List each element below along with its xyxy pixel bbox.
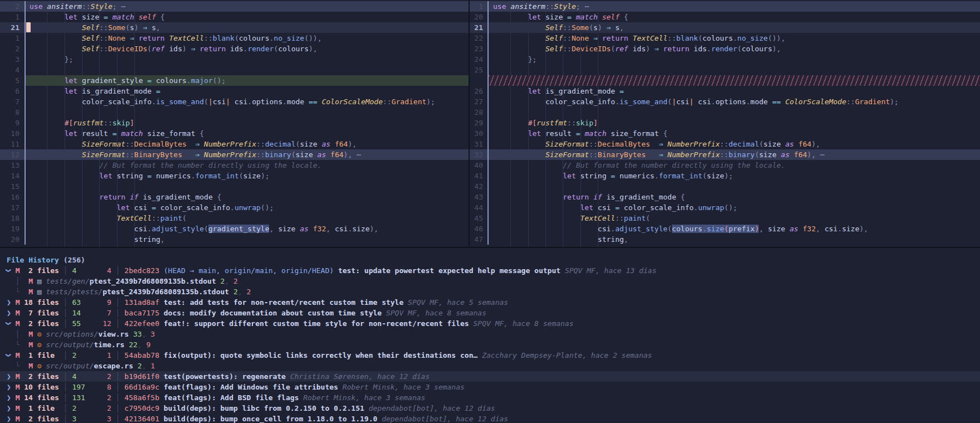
commit-row[interactable]: ❯ M 2 files │ 55 12 │ 422efee0 feat!: su… [0, 318, 980, 329]
commit-file-count: 18 files [24, 298, 63, 307]
chevron-right-icon[interactable]: ❯ [7, 297, 11, 308]
code-line[interactable]: 25 [470, 65, 980, 75]
file-row[interactable]: │ M ▤ tests/gen/ptest_2439b7d68089135b.s… [0, 276, 980, 286]
commit-row[interactable]: ❯ M 2 files │ 3 3 │ 42136401 build(deps)… [0, 414, 980, 423]
chevron-right-icon[interactable]: ❯ [7, 392, 11, 403]
line-number: 2 [0, 1, 25, 12]
code-line[interactable]: 6 let is_gradient_mode = [0, 86, 469, 96]
commit-row[interactable]: ❯ M 1 file │ 2 1 │ 54abab78 fix(output):… [0, 350, 980, 361]
commit-row[interactable]: ❯ M 10 files │ 197 8 │ 66d16a9c feat(fla… [0, 382, 980, 392]
line-number: 17 [0, 202, 25, 213]
chevron-right-icon[interactable]: ❯ [7, 371, 11, 382]
file-history-panel: File History (256) ❯ M 2 files │ 4 4 │ 2… [0, 248, 980, 423]
line-number: 9 [0, 118, 25, 128]
code-line[interactable]: 8 [0, 107, 469, 118]
code-line[interactable]: 4 [0, 65, 469, 75]
code-line[interactable]: 41 let string = numerics.format_int(size… [470, 171, 980, 181]
code-line[interactable]: 1use ansiterm::Style; ⋯ [470, 1, 980, 12]
code-line[interactable]: 31 SizeFormat::DecimalBytes ⇒ NumberPref… [470, 139, 980, 149]
file-row[interactable]: └ M ▤ tests/ptests/ptest_2439b7d68089135… [0, 286, 980, 297]
file-additions: 22 [129, 341, 138, 349]
code-line[interactable]: 42 [470, 181, 980, 192]
commit-row[interactable]: ❯ M 14 files │ 131 2 │ 458a6f5b feat(fla… [0, 392, 980, 403]
code-line[interactable]: 11 SizeFormat::DecimalBytes ⇒ NumberPref… [0, 139, 469, 149]
code-line[interactable]: 28 [470, 107, 980, 118]
chevron-right-icon[interactable]: ❯ [7, 403, 11, 414]
commit-hash: 422efee0 [124, 319, 163, 328]
diff-pane-old[interactable]: 1use ansiterm::Style; ⋯20 let size = mat… [470, 0, 980, 247]
code-line[interactable]: 46 csi.adjust_style(colours.size(prefix)… [470, 223, 980, 234]
code-line[interactable]: 21 Self::Some(s) ⇒ s, [0, 22, 469, 33]
file-row[interactable]: │ M ⚙ src/options/view.rs 33, 3 [0, 329, 980, 339]
line-number: 20 [470, 12, 487, 22]
code-line[interactable]: 24 }; [470, 54, 980, 65]
line-number: 11 [0, 139, 25, 149]
commit-row[interactable]: ❯ M 18 files │ 63 9 │ 131ad8af test: add… [0, 297, 980, 308]
code-text: let size = match self { [26, 12, 469, 22]
commit-file-count: 2 files [24, 319, 63, 328]
code-line[interactable]: 15 [0, 181, 469, 192]
commit-row[interactable]: ❯ M 7 files │ 14 7 │ baca7175 docs: modi… [0, 308, 980, 318]
code-text: color_scale_info.is_some_and(|csi| csi.o… [26, 96, 469, 107]
code-line[interactable]: 32 SizeFormat::BinaryBytes ⇒ NumberPrefi… [470, 149, 980, 160]
code-line[interactable]: 16 return if is_gradient_mode { [0, 192, 469, 202]
code-text: // But format the number directly using … [489, 160, 980, 171]
chevron-right-icon[interactable]: ❯ [7, 308, 11, 318]
chevron-right-icon[interactable]: ❯ [7, 414, 11, 423]
code-line[interactable]: 40 // But format the number directly usi… [470, 160, 980, 171]
code-line[interactable]: 9 #[rustfmt::skip] [0, 118, 469, 128]
line-number: 13 [0, 160, 25, 171]
code-line[interactable]: 43 return if is_gradient_mode { [470, 192, 980, 202]
code-line[interactable]: 1 Self::None ⇒ return TextCell::blank(co… [0, 33, 469, 43]
commit-author-date: dependabot[bot], hace 12 días [369, 404, 495, 412]
code-line[interactable]: 13 // But format the number directly usi… [0, 160, 469, 171]
commit-row[interactable]: ❯ M 2 files │ 4 2 │ b19d61f0 test(powert… [0, 371, 980, 382]
code-line[interactable]: 45 TextCell::paint( [470, 213, 980, 223]
line-number: 7 [0, 96, 25, 107]
code-line[interactable]: 10 let result = match size_format { [0, 128, 469, 139]
code-line[interactable]: 2 Self::DeviceIDs(ref ids) ⇒ return ids.… [0, 43, 469, 54]
file-row[interactable]: └ M ⚙ src/output/escape.rs 2, 1 [0, 361, 980, 371]
code-line[interactable]: 30 let result = match size_format { [470, 128, 980, 139]
chevron-down-icon[interactable]: ❯ [3, 322, 14, 326]
code-line[interactable]: 7 color_scale_info.is_some_and(|csi| csi… [0, 96, 469, 107]
commit-row[interactable]: ❯ M 2 files │ 4 4 │ 2bedc823 (HEAD → mai… [0, 265, 980, 276]
code-line[interactable]: 3 }; [0, 54, 469, 65]
code-line[interactable]: 2use ansiterm::Style; ⋯ [0, 1, 469, 12]
code-line[interactable]: 22 Self::None ⇒ return TextCell::blank(c… [470, 33, 980, 43]
chevron-down-icon[interactable]: ❯ [3, 269, 14, 273]
file-row[interactable]: └ M ⚙ src/output/time.rs 22, 9 [0, 339, 980, 350]
code-line[interactable]: 14 let string = numerics.format_int(size… [0, 171, 469, 181]
commit-list: ❯ M 2 files │ 4 4 │ 2bedc823 (HEAD → mai… [0, 265, 980, 423]
code-line[interactable]: 20 let size = match self { [470, 12, 980, 22]
commit-author-date: Christina Sørensen, hace 12 días [290, 372, 430, 381]
code-line[interactable]: 5 let gradient_style = colours.major(); [0, 75, 469, 86]
code-line[interactable]: 44 let csi = color_scale_info.unwrap(); [470, 202, 980, 213]
line-number: 31 [470, 139, 487, 149]
diff-pane-new[interactable]: 2use ansiterm::Style; ⋯1 let size = matc… [0, 0, 469, 247]
code-line[interactable]: 21 Self::Some(s) ⇒ s, [470, 22, 980, 33]
line-number: 24 [470, 54, 487, 65]
code-line[interactable]: 17 let csi = color_scale_info.unwrap(); [0, 202, 469, 213]
code-line[interactable]: 29 #[rustfmt::skip] [470, 118, 980, 128]
file-name: ptest_2439b7d68089135b.stdout [90, 277, 216, 285]
chevron-down-icon[interactable]: ❯ [3, 353, 14, 358]
commit-author-date: SPQV MF, hace 5 semanas [408, 298, 508, 307]
code-line[interactable]: 12 SizeFormat::BinaryBytes ⇒ NumberPrefi… [0, 149, 469, 160]
code-line[interactable]: 23 Self::DeviceIDs(ref ids) ⇒ return ids… [470, 43, 980, 54]
code-line[interactable]: 19 csi.adjust_style(gradient_style, size… [0, 223, 469, 234]
code-line[interactable]: 1 let size = match self { [0, 12, 469, 22]
file-status: M [28, 362, 33, 370]
code-line[interactable]: 27 color_scale_info.is_some_and(|csi| cs… [470, 96, 980, 107]
code-text [489, 181, 980, 192]
code-line[interactable] [470, 75, 980, 86]
code-line[interactable]: 20 string, [0, 234, 469, 245]
file-directory: src/output/ [46, 341, 94, 349]
code-line[interactable]: 26 let is_gradient_mode = [470, 86, 980, 96]
chevron-right-icon[interactable]: ❯ [7, 382, 11, 392]
line-number: 27 [470, 96, 487, 107]
code-line[interactable]: 18 TextCell::paint( [0, 213, 469, 223]
code-line[interactable]: 47 string, [470, 234, 980, 245]
commit-row[interactable]: ❯ M 1 file │ 2 2 │ c7950dc9 build(deps):… [0, 403, 980, 414]
line-number: 47 [470, 234, 487, 245]
